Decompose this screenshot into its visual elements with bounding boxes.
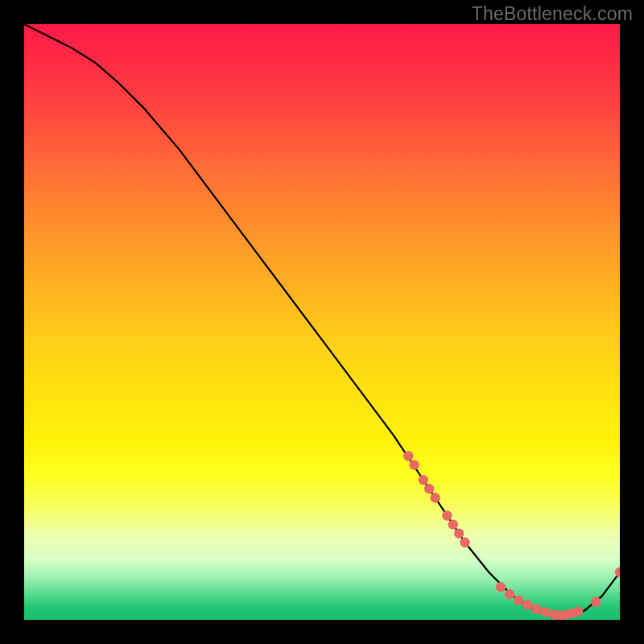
watermark-text: TheBottleneck.com — [472, 3, 633, 25]
data-point — [424, 484, 434, 493]
data-point — [448, 519, 458, 529]
data-point — [522, 600, 532, 609]
plot-area — [24, 24, 620, 620]
chart-svg — [24, 24, 620, 620]
data-point — [505, 589, 514, 599]
data-point — [531, 604, 541, 613]
data-point — [591, 597, 601, 607]
data-point — [430, 493, 440, 502]
data-point — [573, 606, 583, 616]
data-point — [514, 595, 523, 605]
data-point — [410, 460, 419, 469]
data-point — [540, 607, 550, 617]
data-point — [442, 510, 452, 520]
data-point — [419, 475, 428, 485]
data-point — [496, 582, 506, 592]
data-point — [403, 451, 413, 460]
data-point — [460, 538, 469, 547]
bottleneck-curve-line — [24, 24, 620, 616]
data-point — [454, 529, 464, 539]
data-point — [615, 568, 620, 577]
data-points-group — [403, 451, 620, 620]
chart-frame: TheBottleneck.com — [0, 0, 644, 644]
